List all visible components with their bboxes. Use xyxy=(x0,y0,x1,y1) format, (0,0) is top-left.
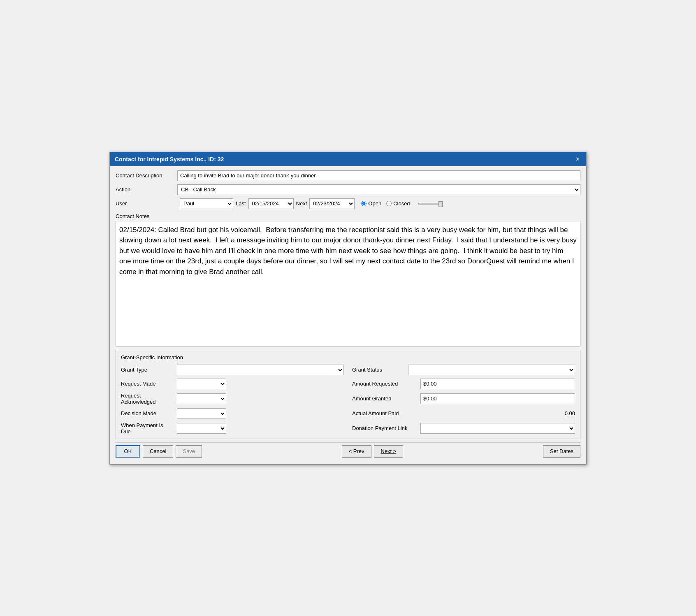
decision-made-label: Decision Made xyxy=(121,410,174,416)
window-title: Contact for Intrepid Systems Inc., ID: 3… xyxy=(115,156,224,163)
open-radio-label[interactable]: Open xyxy=(361,200,381,207)
title-bar: Contact for Intrepid Systems Inc., ID: 3… xyxy=(110,152,586,166)
grant-type-label: Grant Type xyxy=(121,367,174,373)
close-button[interactable]: × xyxy=(574,156,581,163)
closed-radio-label[interactable]: Closed xyxy=(386,200,410,207)
user-select[interactable]: Paul xyxy=(180,198,233,209)
set-dates-button[interactable]: Set Dates xyxy=(543,445,580,458)
grant-type-select[interactable] xyxy=(177,365,344,375)
acknowledged-granted-row: Request Acknowledged Amount Granted xyxy=(121,393,575,405)
closed-radio[interactable] xyxy=(386,201,392,206)
contact-description-label: Contact Description xyxy=(116,172,177,179)
last-label: Last xyxy=(236,200,246,207)
next-label: Next xyxy=(296,200,307,207)
next-date-select[interactable]: 02/23/2024 xyxy=(309,198,355,209)
contact-description-input[interactable] xyxy=(177,170,580,181)
request-amount-row: Request Made Amount Requested xyxy=(121,379,575,389)
action-label: Action xyxy=(116,186,177,193)
main-window: Contact for Intrepid Systems Inc., ID: 3… xyxy=(109,152,587,465)
save-button[interactable]: Save xyxy=(176,445,202,458)
request-made-group: Request Made xyxy=(121,379,344,389)
request-made-label: Request Made xyxy=(121,381,174,387)
cancel-button[interactable]: Cancel xyxy=(143,445,173,458)
user-label: User xyxy=(116,200,177,207)
left-buttons: OK Cancel Save xyxy=(116,445,202,458)
decision-made-group: Decision Made xyxy=(121,408,344,419)
decision-made-select[interactable] xyxy=(177,408,226,419)
slider-thumb xyxy=(438,201,443,207)
next-button[interactable]: Next > xyxy=(374,445,404,458)
contact-notes-section: Contact Notes 02/15/2024: Called Brad bu… xyxy=(116,212,580,346)
amount-granted-group: Amount Granted xyxy=(352,393,575,404)
amount-requested-group: Amount Requested xyxy=(352,379,575,389)
when-payment-due-label: When Payment Is Due xyxy=(121,422,174,435)
amount-granted-input[interactable] xyxy=(420,393,575,404)
grant-section: Grant-Specific Information Grant Type Gr… xyxy=(116,350,580,439)
status-radio-group: Open Closed xyxy=(361,200,443,207)
ok-button[interactable]: OK xyxy=(116,445,140,458)
grant-status-label: Grant Status xyxy=(352,367,406,373)
actual-amount-paid-value: 0.00 xyxy=(420,410,575,416)
grant-status-group: Grant Status xyxy=(352,365,575,375)
payment-due-group: When Payment Is Due xyxy=(121,422,344,435)
contact-notes-label: Contact Notes xyxy=(116,212,580,220)
request-acknowledged-select[interactable] xyxy=(177,393,226,404)
amount-granted-label: Amount Granted xyxy=(352,395,418,402)
contact-description-row: Contact Description xyxy=(116,170,580,181)
payment-link-row: When Payment Is Due Donation Payment Lin… xyxy=(121,422,575,435)
open-radio[interactable] xyxy=(361,201,367,206)
last-date-select[interactable]: 02/15/2024 xyxy=(248,198,294,209)
request-acknowledged-label: Request Acknowledged xyxy=(121,393,174,405)
grant-status-select[interactable] xyxy=(408,365,575,375)
actual-amount-group: Actual Amount Paid 0.00 xyxy=(352,410,575,416)
right-buttons: Set Dates xyxy=(543,445,580,458)
grant-section-title: Grant-Specific Information xyxy=(121,354,575,360)
request-made-select[interactable] xyxy=(177,379,226,389)
donation-link-group: Donation Payment Link xyxy=(352,423,575,434)
closed-label: Closed xyxy=(393,200,410,207)
window-body: Contact Description Action CB - Call Bac… xyxy=(110,166,586,464)
slider-track xyxy=(418,203,443,205)
grant-type-row: Grant Type Grant Status xyxy=(121,365,575,375)
request-acknowledged-group: Request Acknowledged xyxy=(121,393,344,405)
contact-notes-textarea[interactable]: 02/15/2024: Called Brad but got his voic… xyxy=(116,221,580,345)
date-group: Last 02/15/2024 Next 02/23/2024 Open Clo… xyxy=(236,198,580,209)
action-row: Action CB - Call Back xyxy=(116,184,580,195)
when-payment-due-select[interactable] xyxy=(177,423,226,434)
button-bar: OK Cancel Save < Prev Next > Set Dates xyxy=(116,442,580,460)
donation-payment-link-select[interactable] xyxy=(420,423,575,434)
actual-amount-paid-label: Actual Amount Paid xyxy=(352,410,418,416)
open-label: Open xyxy=(368,200,381,207)
user-row: User Paul Last 02/15/2024 Next 02/23/202… xyxy=(116,198,580,209)
action-select[interactable]: CB - Call Back xyxy=(177,184,580,195)
donation-payment-link-label: Donation Payment Link xyxy=(352,425,418,431)
grant-type-group: Grant Type xyxy=(121,365,344,375)
amount-requested-label: Amount Requested xyxy=(352,381,418,387)
decision-actual-row: Decision Made Actual Amount Paid 0.00 xyxy=(121,408,575,419)
contact-notes-box: 02/15/2024: Called Brad but got his voic… xyxy=(116,221,580,346)
center-buttons: < Prev Next > xyxy=(342,445,404,458)
amount-requested-input[interactable] xyxy=(420,379,575,389)
prev-button[interactable]: < Prev xyxy=(342,445,371,458)
